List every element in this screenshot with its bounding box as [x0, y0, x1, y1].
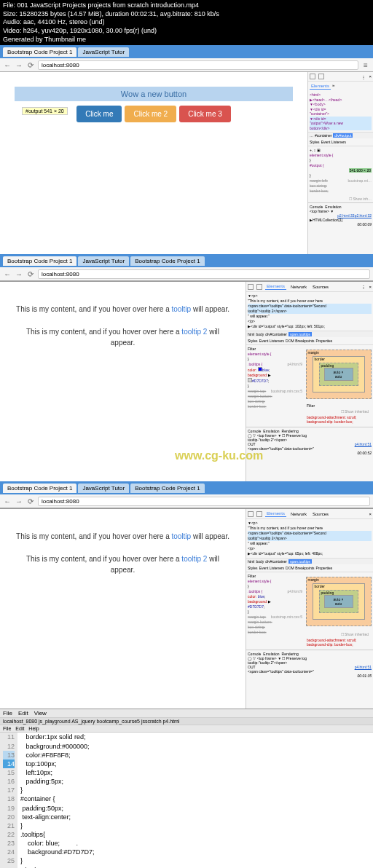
reload-icon[interactable]: ⟳	[26, 60, 35, 69]
event-listeners-tab[interactable]: Event Listeners	[259, 566, 284, 570]
content-paragraph-2: This is my content, and if you hover ove…	[15, 326, 231, 348]
url-bar[interactable]: localhost:8080	[38, 269, 370, 279]
breadcrumb[interactable]: html body div#container span.tooltips	[246, 558, 373, 564]
editor-body[interactable]: 1112131415161718192021222324252627282930…	[0, 733, 373, 868]
inspect-icon[interactable]	[310, 74, 315, 79]
url-bar[interactable]: localhost:8080	[38, 497, 370, 506]
sources-tab[interactable]: Sources	[311, 511, 330, 517]
forward-icon[interactable]: →	[15, 60, 23, 69]
click-me-button-2[interactable]: Click me 2	[125, 106, 176, 122]
reload-icon[interactable]: ⟳	[26, 497, 35, 505]
devtools-panel: Elements Network Sources × ▼<p> "This is…	[246, 509, 373, 709]
more-icon[interactable]: ⋮	[361, 284, 366, 289]
inspect-icon[interactable]	[248, 511, 254, 517]
breadcrumb[interactable]: … #container div#output	[308, 132, 373, 138]
network-tab[interactable]: Network	[289, 511, 308, 517]
elements-tab[interactable]: Elements	[310, 83, 331, 90]
styles-tab[interactable]: Styles	[310, 140, 320, 144]
device-icon[interactable]	[256, 511, 262, 517]
dom-breakpoints-tab[interactable]: DOM Breakpoints	[286, 566, 314, 570]
code-editor: File Edit View localhost_8080 js_playgro…	[0, 709, 373, 868]
video-metadata: File: 001 JavaScript Projects projects f…	[0, 0, 373, 45]
editor-tab-path[interactable]: localhost_8080 js_playground AS_jquery b…	[0, 718, 373, 725]
tab-overflow-icon[interactable]: »	[332, 83, 334, 90]
network-tab[interactable]: Network	[289, 284, 308, 290]
box-model: margin border padding auto × auto ☐ Show…	[304, 572, 373, 650]
styles-tab[interactable]: Styles	[248, 339, 258, 343]
tooltip-span-2[interactable]: tooltip 2	[181, 555, 207, 563]
event-listeners-tab[interactable]: Event Listeners	[259, 339, 284, 343]
browser-tab-1[interactable]: Bootstrap Code Project 1	[3, 47, 76, 57]
click-me-button-3[interactable]: Click me 3	[179, 106, 231, 122]
elements-tab[interactable]: Elements	[265, 510, 286, 517]
styles-pane[interactable]: Filter element.style { } .tooltips {p4.h…	[246, 572, 304, 650]
dom-tree[interactable]: <html> ▶<head>…</head> ▼<body> ▼<div id=…	[308, 91, 373, 132]
styles-pane[interactable]: +, ↕ ▣ element.style { } #output { 541.6…	[308, 146, 373, 195]
show-inherited[interactable]: ☐ Show inh…	[308, 195, 373, 202]
back-icon[interactable]: ←	[3, 497, 12, 505]
menu-icon[interactable]: ≡	[361, 60, 370, 69]
nav-row: ← → ⟳ localhost:8080 ≡	[0, 58, 373, 71]
dom-tree[interactable]: ▼<p> "This is my content, and if you hov…	[246, 292, 373, 331]
forward-icon[interactable]: →	[15, 497, 23, 505]
back-icon[interactable]: ←	[3, 60, 12, 69]
tooltip-span-2[interactable]: tooltip 2	[181, 328, 207, 336]
gen-line: Generated by Thumbnail me	[3, 36, 370, 44]
content-paragraph-1: This is my content, and if you hover ove…	[15, 531, 231, 542]
back-icon[interactable]: ←	[3, 269, 12, 278]
tooltip-span-1[interactable]: tooltip	[171, 532, 191, 540]
browser-chrome: Bootstrap Code Project 1 JavaScript Tuto…	[0, 45, 373, 72]
browser-tab[interactable]: Bootstrap Code Project 1	[3, 256, 76, 266]
editor-menubar: File Edit View	[0, 709, 373, 718]
file-line: File: 001 JavaScript Projects projects f…	[3, 1, 370, 10]
elements-tab[interactable]: Elements	[265, 283, 286, 290]
event-listeners-tab[interactable]: Event Listeners	[321, 140, 346, 144]
toolbar-file[interactable]: File	[3, 726, 11, 731]
breadcrumb[interactable]: html body div#container span.tooltips	[246, 331, 373, 337]
close-icon[interactable]: ×	[369, 74, 372, 79]
browser-tab[interactable]: Bootstrap Code Project 1	[3, 484, 76, 493]
inspect-icon[interactable]	[248, 284, 254, 290]
screenshot-3: Bootstrap Code Project 1 JavaScript Tuto…	[0, 481, 373, 709]
more-icon[interactable]: ⋮	[361, 74, 366, 79]
menu-view[interactable]: View	[34, 710, 47, 717]
styles-tabs: Styles Event Listeners DOM Breakpoints P…	[246, 337, 373, 345]
close-icon[interactable]: ×	[369, 285, 372, 289]
styles-tabs: Styles Event Listeners	[308, 138, 373, 146]
size-line: Size: 15280235 bytes (14.57 MiB), durati…	[3, 10, 370, 19]
tooltip-span-1[interactable]: tooltip	[171, 305, 191, 313]
browser-tab[interactable]: JavaScript Tutor	[78, 484, 129, 493]
properties-tab[interactable]: Properties	[316, 339, 333, 343]
properties-tab[interactable]: Properties	[316, 566, 333, 570]
console-output[interactable]: <top frame> ▼ p2.html:32 p2.html:33 ▶HTM…	[310, 209, 372, 226]
device-icon[interactable]	[256, 284, 262, 290]
content-paragraph-1: This is my content, and if you hover ove…	[15, 304, 231, 315]
forward-icon[interactable]: →	[15, 269, 23, 278]
close-icon[interactable]: ×	[369, 512, 372, 516]
device-icon[interactable]	[318, 74, 324, 79]
menu-file[interactable]: File	[3, 710, 12, 717]
toolbar-edit[interactable]: Edit	[15, 726, 24, 731]
editor-toolbar: File Edit Help	[0, 725, 373, 733]
line-gutter: 1112131415161718192021222324252627282930…	[0, 733, 17, 868]
browser-tab[interactable]: Bootstrap Code Project 1	[130, 484, 204, 493]
console-drawer: Console Emulation Rendering ◯ ▽ <top fra…	[246, 650, 373, 679]
browser-tab[interactable]: Bootstrap Code Project 1	[130, 256, 204, 266]
browser-tab-2[interactable]: JavaScript Tutor	[78, 47, 129, 57]
screenshot-2: Bootstrap Code Project 1 JavaScript Tuto…	[0, 254, 373, 481]
audio-line: Audio: aac, 44100 Hz, stereo (und)	[3, 18, 370, 27]
dom-breakpoints-tab[interactable]: DOM Breakpoints	[286, 339, 314, 343]
code-area[interactable]: border:1px solid red; background:#000000…	[17, 733, 373, 868]
console-drawer: Console Emulation <top frame> ▼ p2.html:…	[308, 202, 373, 228]
toolbar-help[interactable]: Help	[28, 726, 39, 731]
url-bar[interactable]: localhost:8080	[38, 60, 358, 70]
sources-tab[interactable]: Sources	[311, 284, 330, 290]
styles-tab[interactable]: Styles	[248, 566, 258, 570]
click-me-button-1[interactable]: Click me	[76, 106, 122, 122]
menu-edit[interactable]: Edit	[18, 710, 28, 717]
dom-tree[interactable]: ▼<p> "This is my content, and if you hov…	[246, 519, 373, 558]
styles-pane[interactable]: Filter element.style { } .tooltips {p4.h…	[246, 345, 304, 427]
page-content: This is my content, and if you hover ove…	[0, 509, 246, 709]
browser-tab[interactable]: JavaScript Tutor	[78, 256, 129, 266]
reload-icon[interactable]: ⟳	[26, 269, 35, 278]
